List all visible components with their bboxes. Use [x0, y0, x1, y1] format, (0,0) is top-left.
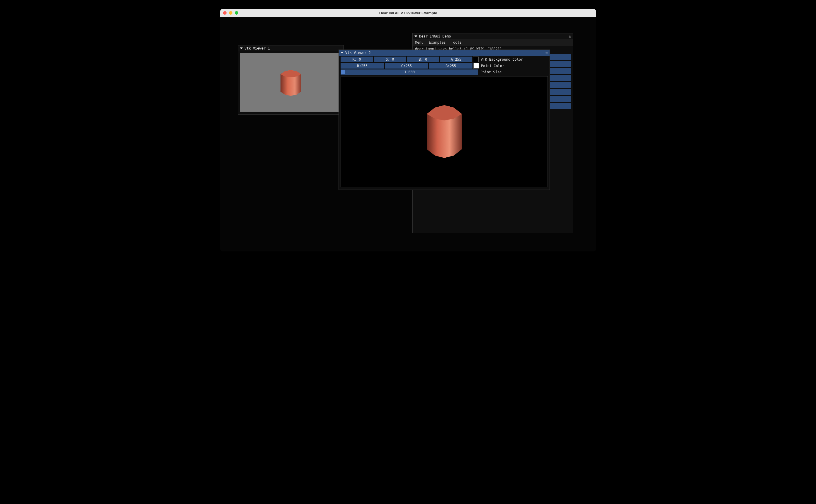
imgui-demo-titlebar[interactable]: Dear ImGui Demo ✕ [413, 33, 573, 39]
vtk-viewer-1-titlebar[interactable]: Vtk Viewer 1 [238, 45, 344, 51]
traffic-lights [223, 11, 238, 15]
point-color-swatch[interactable] [473, 63, 479, 69]
menu-examples[interactable]: Examples [429, 40, 446, 45]
zoom-button[interactable] [235, 11, 238, 15]
collapse-icon[interactable] [414, 35, 417, 37]
close-button[interactable] [223, 11, 227, 15]
bg-color-a-drag[interactable]: A:255 [440, 57, 472, 62]
bg-color-row: R: 0 G: 0 B: 0 A:255 VTK Background Colo… [341, 57, 548, 62]
vtk-viewer-1-body [238, 51, 344, 113]
mac-titlebar[interactable]: Dear ImGui VTKViewer Example [220, 9, 596, 17]
bg-color-r-drag[interactable]: R: 0 [341, 57, 373, 62]
collapse-icon[interactable] [341, 52, 344, 54]
vtk-viewer-2-controls: R: 0 G: 0 B: 0 A:255 VTK Background Colo… [339, 56, 550, 75]
vtk-viewer-2-title: Vtk Viewer 2 [345, 51, 371, 55]
vtk-viewer-1-viewport[interactable] [240, 53, 341, 112]
point-size-row: 1.000 Point Size [341, 69, 548, 75]
point-color-label: Point Color [480, 64, 504, 68]
slider-grab-icon[interactable] [341, 70, 345, 74]
bg-color-g-drag[interactable]: G: 0 [374, 57, 406, 62]
minimize-button[interactable] [229, 11, 232, 15]
vtk-viewer-1-title: Vtk Viewer 1 [244, 46, 270, 50]
vtk-viewer-2-window[interactable]: Vtk Viewer 2 ✕ R: 0 G: 0 B: 0 A:255 VTK … [339, 50, 550, 190]
imgui-demo-menubar: Menu Examples Tools [413, 39, 573, 46]
app-window: Dear ImGui VTKViewer Example Dear ImGui … [220, 9, 596, 251]
cylinder-render [418, 102, 471, 161]
window-title: Dear ImGui VTKViewer Example [220, 11, 596, 15]
bg-color-swatch[interactable] [473, 57, 479, 62]
point-color-b-drag[interactable]: B:255 [429, 63, 472, 69]
vtk-viewer-2-titlebar[interactable]: Vtk Viewer 2 ✕ [339, 50, 550, 56]
close-icon[interactable]: ✕ [569, 34, 571, 38]
app-content: Dear ImGui Demo ✕ Menu Examples Tools de… [220, 17, 596, 251]
imgui-demo-title: Dear ImGui Demo [419, 34, 451, 38]
bg-color-b-drag[interactable]: B: 0 [407, 57, 439, 62]
point-color-r-drag[interactable]: R:255 [341, 63, 384, 69]
point-color-g-drag[interactable]: G:255 [385, 63, 428, 69]
menu-menu[interactable]: Menu [415, 40, 424, 45]
close-icon[interactable]: ✕ [545, 51, 548, 55]
bg-color-label: VTK Background Color [480, 57, 523, 62]
cylinder-render [278, 68, 304, 97]
menu-tools[interactable]: Tools [451, 40, 462, 45]
point-size-label: Point Size [479, 70, 501, 74]
point-size-slider[interactable]: 1.000 [341, 69, 478, 75]
vtk-viewer-1-window[interactable]: Vtk Viewer 1 [238, 45, 344, 115]
vtk-viewer-2-viewport[interactable] [341, 76, 548, 187]
point-size-value: 1.000 [404, 70, 415, 74]
point-color-row: R:255 G:255 B:255 Point Color [341, 63, 548, 69]
collapse-icon[interactable] [240, 47, 243, 49]
